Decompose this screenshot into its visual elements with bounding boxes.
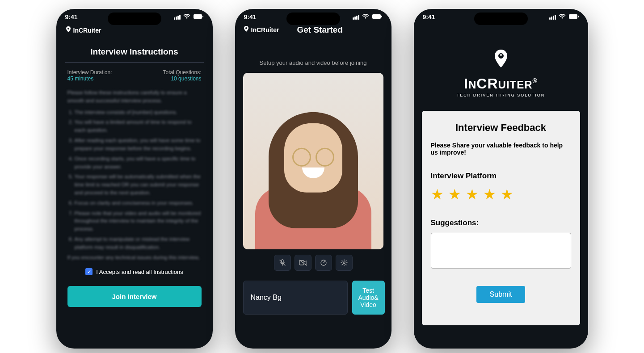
duration-label: Interview Duration: (67, 69, 112, 76)
signal-icon (174, 15, 181, 20)
notch (286, 13, 340, 25)
questions-value: 10 questions (163, 76, 201, 82)
wifi-icon (362, 13, 369, 21)
svg-rect-0 (194, 14, 202, 19)
svg-rect-2 (372, 14, 381, 19)
camera-off-button[interactable] (295, 255, 311, 271)
location-pin-icon (414, 50, 588, 72)
notch (108, 13, 161, 25)
questions-label: Total Questions: (163, 69, 201, 76)
battery-icon (372, 13, 383, 21)
page-title: Interview Instructions (65, 38, 204, 63)
battery-icon (568, 13, 579, 21)
duration-value: 45 minutes (67, 76, 112, 82)
platform-label: Interview Platform (431, 172, 571, 181)
brand-name: InCRuiter (251, 26, 279, 34)
settings-button[interactable] (336, 255, 353, 271)
phone-instructions: 9:41 InCRuiter Interview Instructions In… (56, 9, 213, 349)
speed-test-button[interactable] (315, 255, 332, 271)
svg-point-6 (343, 262, 345, 264)
svg-rect-8 (578, 16, 579, 17)
status-icons (353, 13, 383, 21)
svg-rect-7 (569, 14, 577, 19)
feedback-title: Interview Feedback (431, 122, 571, 134)
star-5[interactable]: ★ (501, 186, 514, 203)
star-4[interactable]: ★ (483, 186, 496, 203)
status-time: 9:41 (65, 13, 78, 21)
page-title: Get Started (297, 25, 343, 35)
signal-icon (353, 15, 359, 20)
wifi-icon (183, 13, 190, 21)
signal-icon (549, 15, 556, 20)
svg-rect-3 (381, 16, 382, 17)
video-preview (243, 73, 383, 249)
brand-logo-large: INCRUITER® TECH DRIVEN HIRING SOLUTION (414, 23, 588, 111)
test-av-button[interactable]: Test Audio& Video (352, 281, 385, 315)
phone-feedback: 9:41 INCRUITER® TECH DRIVEN HIRING SOLUT… (414, 9, 588, 349)
notch (474, 13, 528, 25)
star-3[interactable]: ★ (466, 186, 479, 203)
suggestions-label: Suggestions: (431, 219, 571, 227)
feedback-card: Interview Feedback Please Share your val… (422, 111, 580, 325)
name-input[interactable] (243, 281, 348, 315)
status-time: 9:41 (244, 13, 257, 21)
battery-icon (193, 13, 204, 21)
brand-name-large: INCRUITER® (414, 76, 588, 92)
suggestions-input[interactable] (431, 233, 571, 269)
consent-row[interactable]: ✓ I Accepts and read all Instructions (56, 262, 213, 282)
star-rating[interactable]: ★ ★ ★ ★ ★ (431, 186, 571, 203)
brand-tagline: TECH DRIVEN HIRING SOLUTION (414, 93, 588, 97)
bottom-row: Test Audio& Video (235, 276, 391, 319)
mic-mute-button[interactable] (274, 255, 291, 271)
phone-get-started: 9:41 InCRuiter Get Started Setup your au… (235, 9, 391, 349)
status-icons (549, 13, 579, 21)
meta-row: Interview Duration: 45 minutes Total Que… (56, 63, 213, 85)
instructions-body: Please follow these instructions careful… (56, 85, 213, 262)
setup-hint: Setup your audio and video before joinin… (235, 37, 391, 73)
join-interview-button[interactable]: Join Interview (67, 286, 202, 307)
status-icons (174, 13, 204, 21)
brand-logo: InCRuiter (243, 26, 279, 34)
wifi-icon (559, 13, 566, 21)
submit-button[interactable]: Submit (476, 286, 526, 303)
star-2[interactable]: ★ (448, 186, 461, 203)
brand-name: InCRuiter (73, 27, 101, 34)
svg-rect-1 (202, 16, 203, 17)
feedback-subtitle: Please Share your valuable feedback to h… (431, 142, 571, 156)
brand-logo: InCRuiter (56, 23, 213, 38)
consent-checkbox[interactable]: ✓ (85, 268, 93, 275)
media-controls (235, 249, 391, 276)
star-1[interactable]: ★ (431, 186, 444, 203)
consent-label: I Accepts and read all Instructions (96, 269, 183, 275)
status-time: 9:41 (423, 13, 435, 21)
